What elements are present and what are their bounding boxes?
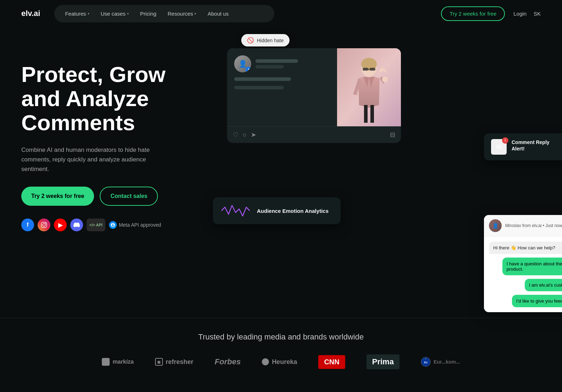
chat-agent-avatar: 👤 [489,219,502,232]
trusted-section: Trusted by leading media and brands worl… [0,318,562,369]
prima-logo: Prima [367,354,400,369]
username-line [255,59,298,63]
nav-pricing[interactable]: Pricing [135,8,161,20]
cnn-logo: CNN [318,355,345,369]
language-selector[interactable]: SK [534,11,541,17]
wave-icon [221,204,250,218]
hero-left: Protect, Grow and Analyze Comments Combi… [21,41,199,289]
heart-icon[interactable]: ♡ [233,131,238,139]
contact-sales-button[interactable]: Contact sales [100,187,158,206]
eu-flag-icon: EU [421,357,431,367]
instagram-post-card: 👤 f [227,48,401,143]
refresher-icon: ▣ [155,358,163,366]
fashion-illustration [337,48,401,126]
nav-links: Features ▾ Use cases ▾ Pricing Resources… [54,5,274,22]
ig-post-actions: ♡ ○ ➤ ⊟ [227,126,401,143]
trusted-title: Trusted by leading media and brands worl… [21,332,541,342]
forbes-logo: Forbes [215,357,241,366]
hero-buttons: Try 2 weeks for free Contact sales [21,187,199,206]
svg-rect-7 [370,68,375,71]
emotion-card-title: Audience Emotion Analytics [257,208,329,214]
chat-reply-1[interactable]: I have a question about the product. [502,258,562,275]
hero-title: Protect, Grow and Analyze Comments [21,62,199,135]
svg-rect-6 [363,68,368,71]
svg-rect-0 [42,222,47,228]
ig-user-lines [255,59,298,68]
comment-reply-alert: ✉ ! Comment Reply Alert! [484,133,562,160]
chevron-down-icon: ▾ [88,12,89,16]
svg-point-11 [382,77,388,82]
refresher-logo: ▣ refresher [155,358,193,366]
instagram-icon [38,219,50,231]
svg-rect-9 [364,105,368,123]
svg-text:EU: EU [424,361,428,364]
ig-card-inner: 👤 f [227,48,401,126]
alert-title: Comment Reply Alert! [512,139,562,152]
chat-messages: Hi there 👋 How can we help? I have a que… [484,237,562,312]
facebook-icon: f [21,219,34,231]
nav-resources[interactable]: Resources ▾ [163,8,202,20]
logo[interactable]: elv.ai [21,9,40,18]
chat-reply-2[interactable]: I am elv.ai's customer. [525,279,562,291]
hidden-hate-badge: 🚫 Hidden hate [241,34,290,46]
nav-cta-button[interactable]: Try 2 weeks for free [441,6,505,21]
ig-post-photo [337,48,401,126]
timestamp-line [255,65,284,68]
meta-logo-icon [109,221,117,229]
brand-logos: markíza ▣ refresher Forbes Heureka CNN P… [21,354,541,369]
hero-subtitle: Combine AI and human moderators to hide … [21,145,156,174]
discord-icon [70,219,83,231]
eu-logo: EU Eur...kom... [421,357,460,367]
facebook-badge-icon: f [246,67,251,72]
markiza-icon [102,358,110,366]
alert-notification-dot: ! [502,137,508,144]
navigation: elv.ai Features ▾ Use cases ▾ Pricing Re… [0,0,562,27]
ig-photo-area [337,48,401,126]
chat-greeting-message: Hi there 👋 How can we help? [489,242,562,254]
chevron-down-icon: ▾ [194,12,196,16]
markiza-logo: markíza [102,358,134,366]
hero-section: Protect, Grow and Analyze Comments Combi… [0,27,562,289]
heureka-icon [262,358,269,365]
chat-reply-3[interactable]: I'd like to give you feedback! [512,295,562,307]
svg-rect-10 [370,105,374,123]
chevron-down-icon: ▾ [127,12,129,16]
content-line-2 [234,86,284,89]
hidden-hate-icon: 🚫 [247,37,254,44]
meta-api-badge: Meta API approved [109,221,161,229]
content-line-1 [234,77,291,81]
nav-use-cases[interactable]: Use cases ▾ [96,8,134,20]
login-link[interactable]: Login [513,11,527,17]
nav-about-us[interactable]: About us [203,8,233,20]
chat-widget[interactable]: 👤 Miroslav from elv.ai • Just now Hi the… [484,215,562,312]
post-content-lines [234,77,330,89]
hero-mockup: 🚫 Hidden hate 👤 f [199,41,541,289]
nav-features[interactable]: Features ▾ [60,8,94,20]
nav-right: Login SK [513,11,541,17]
hero-cta-button[interactable]: Try 2 weeks for free [21,187,94,206]
chat-agent-info: Miroslav from elv.ai • Just now [505,223,562,228]
svg-point-1 [43,223,45,226]
ig-user-avatar: 👤 f [234,55,251,72]
ig-card-left: 👤 f [227,48,337,126]
ig-user-row: 👤 f [234,55,330,72]
youtube-icon: ▶ [54,219,67,231]
social-badges: f ▶ </> API [21,219,199,231]
svg-point-2 [45,223,46,224]
share-icon[interactable]: ➤ [251,131,256,139]
audience-emotion-card: Audience Emotion Analytics [213,197,341,224]
heureka-logo: Heureka [262,358,297,366]
api-badge: </> API [87,219,105,231]
bookmark-icon[interactable]: ⊟ [390,131,395,139]
comment-icon[interactable]: ○ [243,131,247,139]
chat-header: 👤 Miroslav from elv.ai • Just now [484,215,562,237]
alert-envelope-icon: ✉ ! [491,139,507,155]
